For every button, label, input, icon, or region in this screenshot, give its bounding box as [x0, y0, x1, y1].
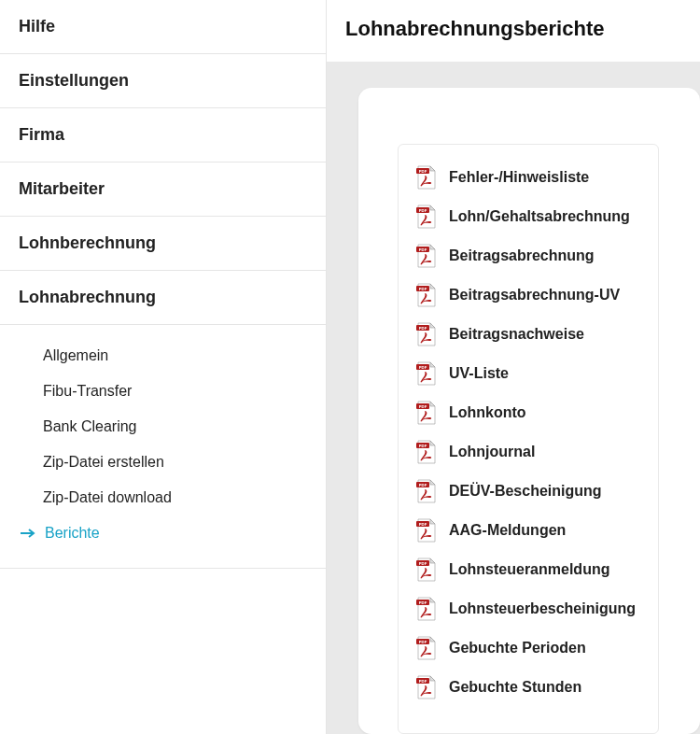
svg-text:PDF: PDF [419, 522, 427, 527]
svg-text:PDF: PDF [419, 247, 427, 252]
report-label: Lohnjournal [449, 444, 535, 460]
sidebar-subitem-label: Allgemein [43, 347, 108, 364]
subnav-zip-download[interactable]: Zip-Datei download [0, 480, 326, 515]
report-lohn-gehaltsabrechnung[interactable]: PDFLohn/Gehaltsabrechnung [399, 197, 658, 236]
pdf-icon: PDF [415, 674, 438, 700]
card-outer: PDFFehler-/HinweislistePDFLohn/Gehaltsab… [358, 88, 700, 734]
pdf-icon: PDF [415, 439, 438, 465]
report-deuev-bescheinigung[interactable]: PDFDEÜV-Bescheinigung [399, 472, 658, 511]
pdf-icon: PDF [415, 596, 438, 622]
report-lohnjournal[interactable]: PDFLohnjournal [399, 432, 658, 472]
report-label: Gebuchte Perioden [449, 640, 586, 656]
report-beitragsabrechnung[interactable]: PDFBeitragsabrechnung [399, 236, 658, 275]
subnav-berichte[interactable]: Berichte [0, 515, 326, 551]
report-lohnsteueranmeldung[interactable]: PDFLohnsteueranmeldung [399, 550, 658, 589]
pdf-icon: PDF [415, 400, 438, 426]
report-label: UV-Liste [449, 365, 509, 382]
report-label: DEÜV-Bescheinigung [449, 483, 602, 500]
nav-firma[interactable]: Firma [0, 108, 326, 162]
svg-text:PDF: PDF [419, 640, 427, 644]
svg-text:PDF: PDF [419, 365, 427, 370]
report-beitragsabrechnung-uv[interactable]: PDFBeitragsabrechnung-UV [399, 275, 658, 315]
report-beitragsnachweise[interactable]: PDFBeitragsnachweise [399, 315, 658, 354]
sidebar-subitem-label: Fibu-Transfer [43, 383, 132, 400]
report-label: Beitragsabrechnung [449, 247, 595, 264]
report-label: Fehler-/Hinweisliste [449, 169, 589, 186]
nav-lohnabrechnung[interactable]: Lohnabrechnung [0, 271, 326, 325]
report-lohnsteuerbescheinigung[interactable]: PDFLohnsteuerbescheinigung [399, 589, 658, 628]
report-lohnkonto[interactable]: PDFLohnkonto [399, 393, 658, 432]
content-area: PDFFehler-/HinweislistePDFLohn/Gehaltsab… [327, 62, 700, 734]
pdf-icon: PDF [415, 635, 438, 661]
pdf-icon: PDF [415, 517, 438, 543]
subnav-bank-clearing[interactable]: Bank Clearing [0, 409, 326, 445]
svg-text:PDF: PDF [419, 208, 427, 213]
pdf-icon: PDF [415, 243, 438, 269]
report-label: Lohn/Gehaltsabrechnung [449, 208, 630, 225]
report-label: Beitragsabrechnung-UV [449, 287, 620, 303]
sidebar-subitem-label: Zip-Datei download [43, 489, 172, 506]
pdf-icon: PDF [415, 164, 438, 191]
sidebar-subitem-label: Berichte [45, 525, 100, 542]
nav-einstellungen[interactable]: Einstellungen [0, 54, 326, 108]
pdf-icon: PDF [415, 204, 438, 230]
sidebar-subitem-label: Zip-Datei erstellen [43, 454, 164, 471]
sidebar-subitem-label: Bank Clearing [43, 418, 137, 435]
main-area: Lohnabrechnungsberichte PDFFehler-/Hinwe… [327, 0, 700, 734]
svg-text:PDF: PDF [419, 287, 427, 291]
svg-text:PDF: PDF [419, 600, 427, 605]
nav-mitarbeiter[interactable]: Mitarbeiter [0, 162, 326, 217]
page-title: Lohnabrechnungsberichte [327, 0, 700, 62]
pdf-icon: PDF [415, 321, 438, 347]
svg-text:PDF: PDF [419, 483, 427, 487]
report-gebuchte-perioden[interactable]: PDFGebuchte Perioden [399, 628, 658, 668]
svg-text:PDF: PDF [419, 679, 427, 684]
subnav-fibu-transfer[interactable]: Fibu-Transfer [0, 374, 326, 409]
report-label: Lohnsteueranmeldung [449, 561, 609, 578]
pdf-icon: PDF [415, 557, 438, 583]
nav-lohnberechnung[interactable]: Lohnberechnung [0, 217, 326, 271]
report-label: Lohnsteuerbescheinigung [449, 600, 636, 617]
pdf-icon: PDF [415, 282, 438, 308]
sidebar: HilfeEinstellungenFirmaMitarbeiterLohnbe… [0, 0, 327, 734]
report-label: Lohnkonto [449, 404, 526, 421]
report-label: Gebuchte Stunden [449, 679, 581, 696]
sidebar-sublist: AllgemeinFibu-TransferBank ClearingZip-D… [0, 325, 326, 569]
subnav-allgemein[interactable]: Allgemein [0, 338, 326, 374]
pdf-icon: PDF [415, 478, 438, 504]
svg-text:PDF: PDF [419, 326, 427, 331]
report-uv-liste[interactable]: PDFUV-Liste [399, 354, 658, 393]
report-gebuchte-stunden[interactable]: PDFGebuchte Stunden [399, 668, 658, 707]
reports-card: PDFFehler-/HinweislistePDFLohn/Gehaltsab… [398, 144, 659, 734]
pdf-icon: PDF [415, 360, 438, 387]
report-fehler-hinweisliste[interactable]: PDFFehler-/Hinweisliste [399, 158, 658, 197]
report-label: Beitragsnachweise [449, 326, 584, 343]
svg-text:PDF: PDF [419, 169, 427, 174]
svg-text:PDF: PDF [419, 561, 427, 566]
svg-text:PDF: PDF [419, 404, 427, 409]
svg-text:PDF: PDF [419, 444, 427, 448]
report-aag-meldungen[interactable]: PDFAAG-Meldungen [399, 511, 658, 550]
report-label: AAG-Meldungen [449, 522, 566, 539]
subnav-zip-erstellen[interactable]: Zip-Datei erstellen [0, 445, 326, 480]
nav-hilfe[interactable]: Hilfe [0, 0, 326, 54]
arrow-right-icon [21, 528, 37, 539]
